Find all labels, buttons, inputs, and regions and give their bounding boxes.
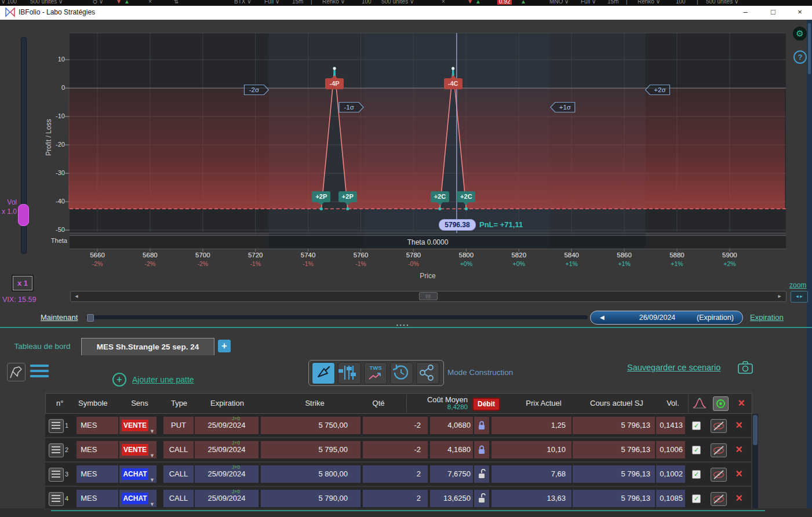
lock-open-icon[interactable]: [477, 493, 486, 504]
zoom-range-button[interactable]: ◂ ▸: [791, 291, 808, 303]
adjust-mode-button[interactable]: [338, 362, 361, 384]
sens-dropdown-icon[interactable]: ▼: [150, 423, 155, 440]
delete-leg-button[interactable]: ×: [731, 442, 747, 457]
share-mode-button[interactable]: [416, 362, 439, 384]
lock-closed-icon[interactable]: [477, 445, 486, 455]
table-scroll-thumb[interactable]: [753, 415, 758, 445]
symbol-cell[interactable]: MES: [77, 417, 118, 434]
qty-cell[interactable]: -2: [363, 441, 428, 458]
time-slider-thumb[interactable]: [87, 314, 94, 322]
expiration-date-pill[interactable]: ◀ 26/09/2024 (Expiration): [590, 311, 743, 325]
lock-open-icon[interactable]: [477, 469, 486, 479]
type-cell[interactable]: CALL: [163, 465, 194, 483]
lock-cell[interactable]: [474, 490, 489, 507]
hscroll-grip[interactable]: |||: [419, 292, 438, 300]
hide-leg-button[interactable]: [711, 468, 727, 482]
pnl-chart[interactable]: -2σ-1σ+1σ+2σ: [64, 29, 788, 255]
delete-leg-button[interactable]: ×: [731, 466, 747, 481]
history-mode-button[interactable]: [390, 362, 413, 384]
minimize-button[interactable]: –: [734, 6, 757, 19]
right-scroll-thumb[interactable]: [808, 23, 811, 74]
now-link[interactable]: Maintenant: [41, 313, 78, 322]
symbol-cell[interactable]: MES: [77, 441, 118, 458]
leg-badge-+2c[interactable]: +2C: [457, 191, 475, 202]
vol-cell[interactable]: 0,1085: [656, 490, 685, 507]
maximize-button[interactable]: □: [762, 6, 785, 19]
sens-cell[interactable]: VENTE▼: [119, 417, 156, 434]
date-back-arrow-icon[interactable]: ◀: [600, 311, 605, 324]
expiration-cell[interactable]: 25/09/2024J+0: [195, 465, 258, 483]
cost-cell[interactable]: 7,6750: [430, 465, 473, 483]
tws-mode-button[interactable]: TWS: [364, 362, 387, 384]
hide-leg-button[interactable]: [711, 443, 727, 457]
leg-badge-+2c[interactable]: +2C: [431, 191, 449, 202]
volatility-curve-icon[interactable]: [692, 396, 707, 410]
pin-button[interactable]: [7, 363, 26, 381]
symbol-cell[interactable]: MES: [77, 490, 118, 507]
add-tab-button[interactable]: +: [218, 340, 231, 352]
divider-drag-handle[interactable]: ••••: [396, 322, 410, 327]
screenshot-camera-icon[interactable]: [737, 361, 753, 374]
expiration-cell[interactable]: 25/09/2024J+0: [195, 441, 258, 458]
hide-leg-button[interactable]: [711, 419, 727, 433]
vol-cell[interactable]: 0,1413: [656, 417, 685, 434]
settings-gear-icon[interactable]: ⚙: [793, 27, 807, 41]
lock-closed-icon[interactable]: [477, 420, 486, 431]
lock-cell[interactable]: [474, 417, 489, 434]
sens-cell[interactable]: VENTE▼: [119, 441, 156, 458]
price-cell[interactable]: 13,63: [491, 490, 571, 507]
time-slider-track[interactable]: [86, 315, 588, 319]
sens-cell[interactable]: ACHAT▼: [119, 465, 156, 483]
lock-cell[interactable]: [474, 465, 489, 483]
leg-badge--4p[interactable]: -4P: [325, 78, 344, 89]
delete-leg-button[interactable]: ×: [731, 417, 747, 432]
strike-cell[interactable]: 5 800,00▼: [261, 465, 361, 483]
vol-slider-handle[interactable]: [18, 204, 29, 226]
expiration-link[interactable]: Expiration: [750, 313, 784, 322]
sj-cell[interactable]: 5 796,13: [573, 465, 655, 483]
vol-cell[interactable]: 0,1002: [656, 465, 685, 483]
cost-cell[interactable]: 4,1680: [430, 441, 473, 458]
qty-cell[interactable]: 2: [363, 490, 428, 507]
sj-cell[interactable]: 5 796,13: [573, 490, 655, 507]
tab-active-strategy[interactable]: MES Sh.Strangle 25 sep. 24: [81, 338, 214, 355]
theta-bar[interactable]: Theta 0.0000: [70, 235, 786, 249]
sj-cell[interactable]: 5 796,13: [573, 417, 655, 434]
vol-cell[interactable]: 0,1006: [656, 441, 685, 458]
right-scroll-strip[interactable]: [807, 20, 812, 517]
expiration-cell[interactable]: 25/09/2024J+0: [195, 417, 258, 434]
leg-badge--4c[interactable]: -4C: [444, 78, 463, 89]
type-cell[interactable]: CALL: [163, 490, 194, 507]
qty-cell[interactable]: -2: [363, 417, 428, 434]
hide-leg-button[interactable]: [711, 492, 727, 506]
delete-leg-button[interactable]: ×: [731, 490, 747, 505]
price-cell[interactable]: 7,68: [491, 465, 571, 483]
show-all-eye-button[interactable]: [713, 396, 729, 411]
sens-dropdown-icon[interactable]: ▼: [150, 447, 155, 464]
delete-all-button[interactable]: ×: [733, 395, 749, 411]
add-leg-link[interactable]: Ajouter une patte: [132, 375, 194, 384]
sens-dropdown-icon[interactable]: ▼: [150, 471, 155, 489]
cost-cell[interactable]: 13,6250: [430, 490, 473, 507]
scale-x1-button[interactable]: x 1: [13, 276, 32, 290]
strike-cell[interactable]: 5 795,00▼: [261, 441, 361, 458]
visible-checkbox[interactable]: ✓: [692, 494, 701, 503]
price-cell[interactable]: 1,25: [491, 417, 571, 434]
strike-cell[interactable]: 5 750,00▼: [261, 417, 361, 434]
tab-dashboard[interactable]: Tableau de bord: [5, 338, 80, 355]
visible-checkbox[interactable]: ✓: [692, 421, 701, 430]
visible-checkbox[interactable]: ✓: [692, 470, 701, 479]
cost-cell[interactable]: 4,0680: [430, 417, 473, 434]
close-button[interactable]: ×: [788, 6, 811, 19]
visible-checkbox[interactable]: ✓: [692, 446, 701, 454]
expiration-cell[interactable]: 25/09/2024J+0: [195, 490, 258, 507]
qty-cell[interactable]: 2: [363, 465, 428, 483]
sens-cell[interactable]: ACHAT▼: [119, 490, 156, 507]
type-cell[interactable]: PUT: [163, 417, 194, 434]
leg-badge-+2p[interactable]: +2P: [338, 191, 357, 202]
sj-cell[interactable]: 5 796,13: [573, 441, 655, 458]
hscroll-right-arrow-icon[interactable]: ▸: [775, 292, 784, 300]
menu-hamburger-icon[interactable]: [30, 365, 49, 379]
lock-cell[interactable]: [474, 441, 489, 458]
save-scenario-link[interactable]: Sauvegarder ce scenario: [627, 363, 720, 372]
